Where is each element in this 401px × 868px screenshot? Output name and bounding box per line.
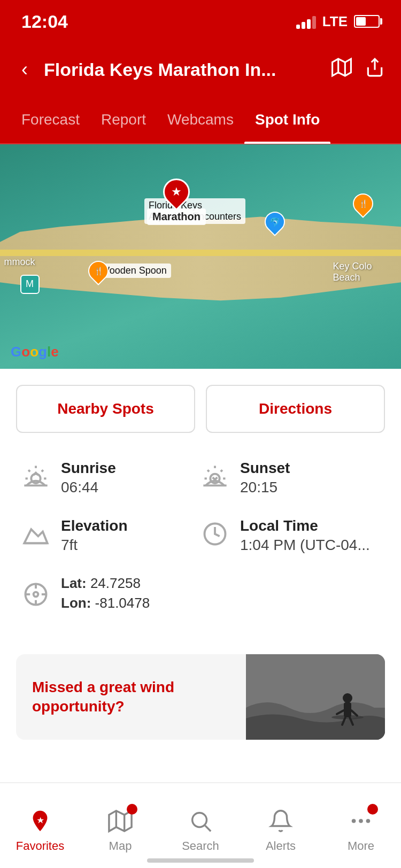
map-label-key-colo: Key ColoBeach [333, 261, 372, 283]
nav-item-more[interactable]: More [321, 799, 401, 853]
coordinates-text: Lat: 24.7258 Lon: -81.0478 [61, 575, 150, 611]
sunrise-value: 06:44 [61, 479, 116, 496]
sunset-text: Sunset 20:15 [240, 460, 290, 496]
signal-icon [296, 14, 316, 29]
status-bar: 12:04 LTE [0, 0, 401, 43]
elevation-value: 7ft [61, 537, 127, 554]
svg-line-7 [42, 470, 43, 471]
more-badge [367, 804, 378, 815]
spot-info-section: Sunrise 06:44 Sunset [0, 449, 401, 644]
map-icon[interactable] [331, 57, 352, 82]
alerts-nav-icon [266, 806, 296, 836]
localtime-value: 1:04 PM (UTC-04... [240, 537, 370, 554]
sunset-icon [200, 462, 229, 491]
svg-marker-36 [109, 810, 132, 831]
sunrise-item: Sunrise 06:44 [21, 460, 200, 496]
main-location-pin: Marathon [147, 179, 206, 225]
localtime-item: Local Time 1:04 PM (UTC-04... [200, 517, 380, 554]
svg-line-13 [207, 470, 209, 471]
svg-point-43 [366, 819, 371, 823]
elevation-icon [21, 520, 50, 548]
alerts-nav-label: Alerts [266, 839, 296, 853]
promo-banner[interactable]: Missed a great wind opportunity? [16, 654, 385, 740]
tab-webcams[interactable]: Webcams [157, 96, 244, 144]
svg-line-14 [221, 470, 222, 471]
bottom-navigation: Favorites Map Search [0, 782, 401, 868]
latitude-line: Lat: 24.7258 [61, 575, 150, 592]
promo-image [246, 654, 385, 740]
sunset-label: Sunset [240, 460, 290, 477]
battery-icon [354, 15, 380, 28]
home-indicator [147, 858, 254, 863]
directions-button[interactable]: Directions [206, 385, 385, 433]
svg-point-42 [359, 819, 363, 823]
map-label-mmock: mmock [4, 257, 35, 268]
elevation-label: Elevation [61, 517, 127, 534]
localtime-label: Local Time [240, 517, 370, 534]
more-nav-label: More [348, 839, 374, 853]
sunrise-text: Sunrise 06:44 [61, 460, 116, 496]
share-icon[interactable] [365, 57, 385, 82]
sunrise-icon [21, 462, 50, 491]
page-title: Florida Keys Marathon In... [44, 59, 321, 80]
svg-point-39 [192, 812, 207, 827]
tab-spotinfo[interactable]: Spot Info [244, 96, 330, 144]
header-icons [331, 57, 385, 82]
promo-text: Missed a great wind opportunity? [16, 667, 246, 727]
carrier-label: LTE [322, 13, 348, 30]
nav-item-map[interactable]: Map [80, 799, 160, 853]
header: ‹ Florida Keys Marathon In... [0, 43, 401, 96]
promo-title: Missed a great wind opportunity? [32, 678, 230, 717]
main-pin-label: Marathon [147, 208, 206, 225]
search-nav-icon [186, 806, 215, 836]
nav-item-alerts[interactable]: Alerts [241, 799, 321, 853]
sunrise-sunset-row: Sunrise 06:44 Sunset [21, 460, 380, 496]
nav-item-favorites[interactable]: Favorites [0, 799, 80, 853]
coordinates-section: Lat: 24.7258 Lon: -81.0478 [21, 575, 380, 611]
localtime-text: Local Time 1:04 PM (UTC-04... [240, 517, 370, 554]
nav-item-search[interactable]: Search [160, 799, 241, 853]
sunset-item: Sunset 20:15 [200, 460, 380, 496]
svg-point-41 [352, 819, 356, 823]
more-nav-icon [346, 806, 376, 836]
svg-marker-18 [24, 529, 47, 543]
svg-point-30 [343, 693, 352, 703]
favorites-icon [25, 806, 55, 836]
map-view[interactable]: mmock Florida KeysAquarium Encounters Wo… [0, 144, 401, 369]
longitude-line: Lon: -81.0478 [61, 595, 150, 611]
favorites-nav-label: Favorites [16, 839, 64, 853]
map-nav-label: Map [109, 839, 132, 853]
tab-report[interactable]: Report [90, 96, 157, 144]
back-button[interactable]: ‹ [16, 53, 33, 86]
map-badge [127, 804, 137, 815]
coordinates-icon [21, 580, 50, 609]
elevation-item: Elevation 7ft [21, 517, 200, 554]
sunrise-label: Sunrise [61, 460, 116, 477]
nearby-spots-button[interactable]: Nearby Spots [16, 385, 195, 433]
action-buttons: Nearby Spots Directions [0, 369, 401, 449]
aquarium-pin [265, 212, 285, 232]
clock-icon [200, 520, 229, 548]
svg-line-6 [28, 470, 30, 471]
tabs: Forecast Report Webcams Spot Info [0, 96, 401, 144]
svg-point-22 [34, 592, 38, 597]
google-logo: G o o g l e [11, 344, 59, 360]
elevation-text: Elevation 7ft [61, 517, 127, 554]
status-time: 12:04 [21, 11, 68, 32]
elevation-localtime-row: Elevation 7ft Local Time 1:04 PM (UTC-04… [21, 517, 380, 554]
map-nav-icon [105, 806, 135, 836]
restaurant-pin-1 [353, 193, 373, 214]
svg-line-40 [205, 825, 211, 831]
restaurant-pin-2 [88, 261, 109, 281]
status-icons: LTE [296, 13, 380, 30]
sunset-value: 20:15 [240, 479, 290, 496]
tab-forecast[interactable]: Forecast [11, 96, 90, 144]
museum-pin: M [20, 275, 40, 294]
search-nav-label: Search [182, 839, 219, 853]
svg-rect-29 [344, 702, 351, 717]
svg-marker-0 [333, 59, 351, 76]
